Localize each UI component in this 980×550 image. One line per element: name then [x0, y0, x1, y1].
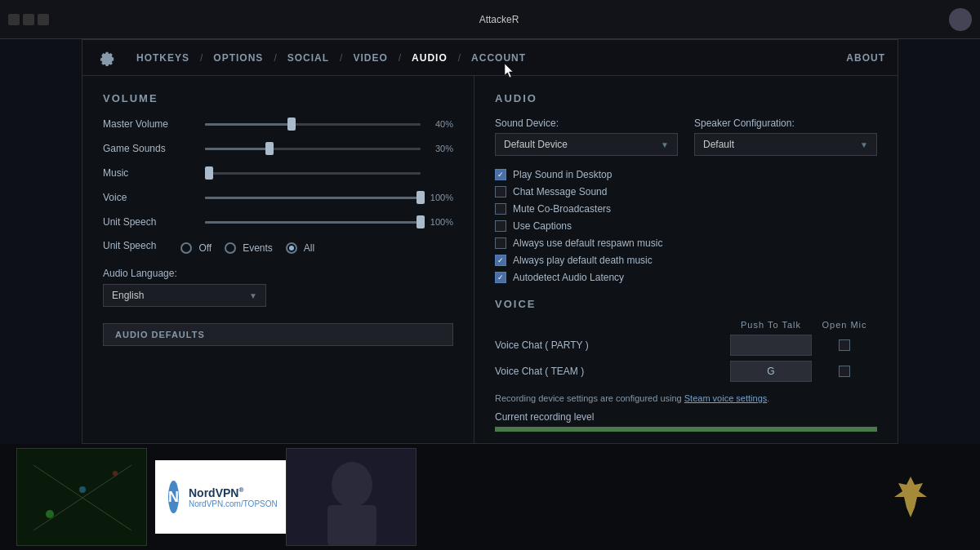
checkbox-use-captions-label: Use Captions: [513, 220, 572, 232]
game-sounds-slider[interactable]: [205, 142, 421, 155]
game-sounds-label: Game Sounds: [103, 143, 201, 154]
svg-rect-8: [327, 505, 376, 546]
radio-events[interactable]: Events: [225, 242, 273, 254]
sound-device-select[interactable]: Default Device ▼: [495, 133, 678, 156]
recording-note-text: Recording device settings are configured…: [495, 393, 682, 403]
unit-speech-thumb[interactable]: [416, 215, 425, 228]
music-slider[interactable]: [205, 166, 421, 180]
voice-team-key-value: G: [767, 366, 774, 377]
checkbox-chat-message-sound[interactable]: Chat Message Sound: [495, 186, 877, 197]
svg-point-2: [79, 486, 86, 493]
audio-defaults-button[interactable]: AUDIO DEFAULTS: [103, 323, 453, 346]
sound-device-group: Sound Device: Default Device ▼: [495, 118, 678, 156]
language-arrow-icon: ▼: [249, 291, 257, 300]
checkbox-use-captions[interactable]: Use Captions: [495, 220, 877, 232]
top-bar: AttackeR: [0, 0, 980, 39]
top-bar-right: [949, 8, 972, 31]
checkbox-play-sound-desktop-box: [495, 169, 506, 180]
tab-account[interactable]: ACCOUNT: [465, 49, 532, 67]
unit-speech-volume-label: Unit Speech: [103, 216, 201, 228]
voice-team-label: Voice Chat ( TEAM ): [495, 366, 730, 377]
voice-party-label: Voice Chat ( PARTY ): [495, 339, 730, 351]
unit-speech-radio-label: Unit Speech: [103, 240, 156, 251]
sound-device-value: Default Device: [504, 139, 568, 150]
voice-label: Voice: [103, 192, 201, 203]
music-thumb[interactable]: [205, 166, 213, 180]
speaker-config-select[interactable]: Default ▼: [694, 133, 877, 156]
audio-section-title: AUDIO: [495, 92, 877, 104]
master-volume-thumb[interactable]: [287, 118, 296, 131]
recording-level-bar: [495, 427, 877, 432]
voice-thumb[interactable]: [416, 191, 425, 204]
tab-social[interactable]: SOCIAL: [281, 49, 336, 67]
checkbox-use-captions-box: [495, 220, 506, 232]
settings-logo: [95, 47, 118, 69]
voice-team-key-button[interactable]: G: [730, 361, 812, 382]
checkbox-always-use-default-respawn[interactable]: Always use default respawn music: [495, 237, 877, 249]
nordvpn-reg: ®: [238, 486, 243, 494]
nordvpn-logo-text: N: [168, 489, 179, 506]
unit-speech-track: [205, 221, 421, 224]
master-volume-slider[interactable]: [205, 118, 421, 131]
checkbox-always-use-default-respawn-label: Always use default respawn music: [513, 237, 662, 249]
unit-speech-radio-group: Off Events All: [180, 242, 314, 254]
voice-table: Push To Talk Open Mic Voice Chat ( PARTY…: [495, 320, 877, 382]
sound-device-label: Sound Device:: [495, 118, 678, 129]
voice-track: [205, 197, 421, 199]
radio-off[interactable]: Off: [180, 242, 212, 254]
speaker-config-arrow-icon: ▼: [860, 140, 868, 149]
voice-fill: [205, 197, 421, 199]
webcam-area: [286, 448, 416, 546]
game-sounds-thumb[interactable]: [265, 142, 274, 155]
svg-point-1: [46, 510, 54, 518]
bottom-bar: N NordVPN® NordVPN.com/TOPSON: [0, 444, 980, 550]
checkbox-mute-co-broadcasters-box: [495, 203, 506, 215]
dot3: [38, 14, 49, 25]
checkbox-autodetect-audio-latency-box: [495, 272, 506, 283]
tab-options[interactable]: OPTIONS: [207, 49, 270, 67]
window-controls: [8, 14, 49, 25]
radio-all[interactable]: All: [286, 242, 314, 254]
radio-off-circle: [180, 242, 192, 254]
voice-table-header: Push To Talk Open Mic: [495, 320, 877, 330]
unit-speech-slider[interactable]: [205, 215, 421, 228]
unit-speech-section: Unit Speech Off Events All: [103, 240, 453, 256]
checkbox-chat-message-sound-box: [495, 186, 506, 197]
checkbox-play-sound-desktop[interactable]: Play Sound in Desktop: [495, 169, 877, 180]
audio-language-section: Audio Language: English ▼: [103, 268, 453, 307]
tab-hotkeys[interactable]: HOTKEYS: [130, 49, 196, 67]
voice-row: Voice 100%: [103, 191, 453, 204]
game-sounds-row: Game Sounds 30%: [103, 142, 453, 155]
recording-note: Recording device settings are configured…: [495, 393, 877, 403]
right-panel: AUDIO Sound Device: Default Device ▼ Spe…: [474, 76, 898, 443]
voice-team-open-checkbox[interactable]: [839, 366, 850, 377]
voice-section-title: VOICE: [495, 298, 877, 310]
checkbox-chat-message-sound-label: Chat Message Sound: [513, 186, 607, 197]
checkbox-autodetect-audio-latency[interactable]: Autodetect Audio Latency: [495, 272, 877, 283]
language-select[interactable]: English ▼: [103, 284, 266, 307]
master-volume-label: Master Volume: [103, 118, 201, 130]
tab-audio[interactable]: AUDIO: [405, 49, 454, 67]
voice-party-open-checkbox[interactable]: [839, 339, 850, 351]
voice-party-key-button[interactable]: [730, 335, 812, 356]
master-volume-track: [205, 123, 421, 126]
recording-level-fill: [495, 427, 877, 432]
tab-about[interactable]: ABOUT: [846, 52, 885, 64]
dot2: [23, 14, 34, 25]
checkbox-mute-co-broadcasters[interactable]: Mute Co-Broadcasters: [495, 203, 877, 215]
threshold-pct: 12%: [859, 442, 877, 443]
voice-row-team: Voice Chat ( TEAM ) G: [495, 361, 877, 382]
content-area: VOLUME Master Volume 40% Game Sounds: [82, 76, 898, 443]
checkbox-always-play-default-death[interactable]: Always play default death music: [495, 255, 877, 266]
nav-tabs: HOTKEYS / OPTIONS / SOCIAL / VIDEO / AUD…: [82, 40, 898, 76]
game-sounds-fill: [205, 148, 270, 150]
checkbox-always-use-default-respawn-box: [495, 237, 506, 249]
tab-video[interactable]: VIDEO: [346, 49, 394, 67]
minimap-svg: [17, 449, 147, 546]
voice-slider[interactable]: [205, 191, 421, 204]
steam-voice-settings-link[interactable]: Steam voice settings: [684, 393, 768, 403]
recording-level-label: Current recording level: [495, 411, 877, 423]
checkbox-play-sound-desktop-label: Play Sound in Desktop: [513, 169, 612, 180]
voice-party-open-col: [812, 339, 877, 351]
minimap: [16, 448, 147, 546]
